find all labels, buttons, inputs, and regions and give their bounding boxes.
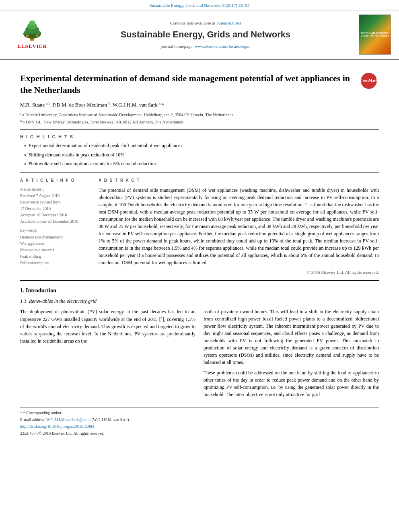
history-label: Article history: [20,187,90,192]
ref-1: 1 [161,316,163,320]
crossmark-badge: CrossMark [361,73,379,91]
elsevier-brand-text: ELSEVIER [17,43,47,50]
intro-col-right: roofs of privately owned homes. This wil… [204,308,379,401]
intro-col-left: The deployment of photovoltaic (PV) sola… [20,308,195,401]
corresponding-star: * [20,411,22,415]
contents-available-line: Contents lists available at ScienceDirec… [60,20,351,26]
email-link[interactable]: W.G.J.H.M.vanSark@uu.nl [46,417,91,422]
journal-citation-text: Sustainable Energy, Grids and Networks 9… [150,3,250,8]
issn-line: 2352-4677/© 2016 Elsevier Ltd. All right… [20,431,379,436]
aff-super-a: a [20,112,22,117]
elsevier-tree-icon [18,20,46,42]
article-title-section: Experimental determination of demand sid… [20,73,379,96]
journal-cover-image: SUSTAINABLE ENERGY GRIDS AND NETWORKS [359,14,391,55]
homepage-url[interactable]: www.elsevier.com/locate/segan [195,44,251,49]
divider-2 [20,173,379,173]
crossmark-icon: CrossMark [361,73,377,89]
keywords-label: Keywords: [20,228,90,233]
cover-title: SUSTAINABLE ENERGY GRIDS AND NETWORKS [361,32,389,37]
subsection-num: 1.1. [20,298,28,304]
subsection-title: Renewables in the electricity grid [29,298,97,304]
email-name: (W.G.J.H.M. van Sark). [92,417,130,422]
affiliation-b-text: b DNV GL, New Energy Technologies, Utrec… [23,119,183,125]
divider-3 [20,280,379,281]
intro-num: 1. [20,288,25,294]
svg-point-7 [24,31,28,35]
homepage-label: journal homepage: [160,44,193,49]
affiliation-a-text: a Utrecht University, Copernicus Institu… [23,112,233,118]
highlight-item-2: • Shifting demand results in peak reduct… [24,152,379,160]
abstract-column: A B S T R A C T The potential of demand … [99,178,379,275]
bullet-icon-2: • [24,152,26,160]
info-abstract-columns: A R T I C L E I N F O Article history: R… [20,178,379,275]
elsevier-logo-container: ELSEVIER [8,20,56,50]
contents-label: Contents lists available at [170,21,215,25]
svg-point-4 [29,21,35,25]
bullet-icon-1: • [24,142,26,150]
keyword-4: Peak shifting [20,254,90,259]
article-info-label: A R T I C L E I N F O [20,178,90,183]
highlight-text-2: Shifting demand results in peak reductio… [29,152,125,158]
bullet-icon-3: • [24,160,26,168]
highlights-label: H I G H L I G H T S [20,134,379,140]
keyword-1: Demand side management [20,234,90,240]
intro-para-1: The deployment of photovoltaic (PV) sola… [20,308,195,345]
footnote-section: * * Corresponding author. E-mail address… [20,407,379,436]
author-deboer: P.D.M. de Boer-Meulman b [53,102,110,108]
journal-title: Sustainable Energy, Grids and Networks [60,29,351,41]
intro-para-3: These problems could be addressed on the… [204,369,379,398]
journal-cover-container: SUSTAINABLE ENERGY GRIDS AND NETWORKS [355,14,391,55]
doi-url[interactable]: http://dx.doi.org/10.1016/j.segan.2016.1… [20,424,94,429]
highlight-text-3: Photovoltaic self consumption accounts f… [29,160,157,167]
subsection-heading: 1.1. Renewables in the electricity grid [20,298,379,305]
introduction-section: 1. Introduction 1.1. Renewables in the e… [20,287,379,401]
authors-line: M.R. Staats a,b, P.D.M. de Boer-Meulman … [20,101,379,109]
main-content: Experimental determination of demand sid… [0,60,399,444]
svg-point-8 [36,31,40,35]
doi-line: http://dx.doi.org/10.1016/j.segan.2016.1… [20,424,379,429]
intro-two-columns: The deployment of photovoltaic (PV) sola… [20,308,379,401]
date-accepted: Accepted 18 December 2016 [20,212,90,218]
corresponding-note: * * Corresponding author. [20,410,379,416]
author-staats: M.R. Staats a,b [20,102,50,108]
keyword-2: Wet appliances [20,241,90,246]
article-info-column: A R T I C L E I N F O Article history: R… [20,178,90,275]
elsevier-logo: ELSEVIER [17,20,47,50]
highlight-item-1: • Experimental determination of resident… [24,142,379,150]
journal-header: ELSEVIER Contents lists available at Sci… [0,10,399,60]
article-title: Experimental determination of demand sid… [20,73,379,96]
date-revised: 17 December 2016 [20,206,90,212]
aff-super-b: b [20,119,22,124]
highlight-text-1: Experimental determination of residentia… [29,142,183,149]
intro-para-2: roofs of privately owned homes. This wil… [204,308,379,366]
affiliation-b: b b DNV GL, New Energy Technologies, Utr… [20,119,379,125]
intro-heading: 1. Introduction [20,287,379,295]
divider-1 [20,129,379,130]
email-line: E-mail address: W.G.J.H.M.vanSark@uu.nl … [20,417,379,423]
sciencedirect-link[interactable]: ScienceDirect [216,21,241,25]
journal-citation-bar: Sustainable Energy, Grids and Networks 9… [0,0,399,10]
affiliation-a: a a Utrecht University, Copernicus Insti… [20,112,379,118]
authors-text: M.R. Staats a,b, P.D.M. de Boer-Meulman … [20,102,164,108]
highlight-item-3: • Photovoltaic self consumption accounts… [24,160,379,168]
date-online: Available online 26 December 2016 [20,219,90,224]
abstract-text: The potential of demand side management … [99,187,379,266]
abstract-label: A B S T R A C T [99,178,379,183]
intro-title: Introduction [26,288,56,294]
journal-header-center: Contents lists available at ScienceDirec… [56,20,355,50]
affiliations-block: a a Utrecht University, Copernicus Insti… [20,112,379,125]
email-label: E-mail address: [20,417,45,422]
keyword-5: Self-consumption [20,260,90,266]
date-revised-label: Received in revised form [20,199,90,205]
date-received: Received 7 August 2016 [20,193,90,199]
copyright-line: © 2016 Elsevier Ltd. All rights reserved… [99,269,379,275]
keyword-3: Photovoltaic systems [20,247,90,253]
author-vansark: W.G.J.H.M. van Sark a,* [113,102,164,108]
journal-homepage-line: journal homepage: www.elsevier.com/locat… [60,43,351,49]
crossmark-label: CrossMark [360,79,378,83]
highlights-section: H I G H L I G H T S • Experimental deter… [20,134,379,168]
